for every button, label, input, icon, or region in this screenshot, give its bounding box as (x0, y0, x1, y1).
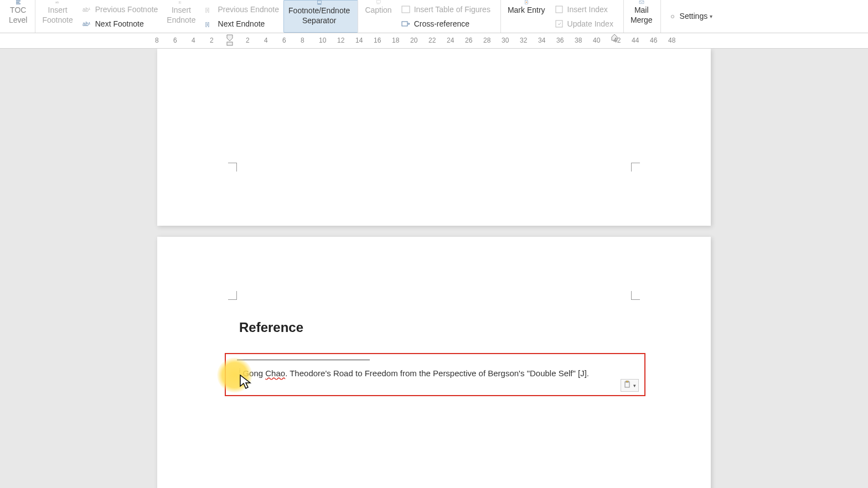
document-workspace[interactable]: Reference i Gong Chao. Theodore's Road t… (0, 49, 868, 488)
insert-footnote-label: Insert Footnote (42, 6, 73, 25)
svg-rect-18 (556, 20, 562, 27)
ruler-tick: 10 (319, 37, 326, 44)
tof-icon (401, 5, 411, 14)
ruler-tick: 20 (410, 37, 417, 44)
horizontal-ruler[interactable]: 8 6 4 2 2 4 6 8 10 12 14 16 18 20 22 24 … (0, 33, 868, 49)
reference-heading[interactable]: Reference (239, 320, 303, 335)
svg-text:ab¹: ab¹ (82, 7, 91, 13)
margin-corner (631, 291, 640, 300)
next-footnote-icon: ab¹ (82, 19, 92, 28)
ruler-tick: 6 (282, 37, 286, 44)
ruler-tick: 42 (613, 37, 621, 44)
mark-entry-label: Mark Entry (508, 6, 545, 15)
indent-marker[interactable] (226, 34, 233, 46)
endnote-area[interactable]: i Gong Chao. Theodore's Road to Freedom … (225, 353, 645, 396)
cross-reference-button[interactable]: Cross-reference (399, 18, 493, 29)
ruler-tick: 32 (520, 37, 527, 44)
insert-index-button[interactable]: Insert Index (552, 4, 616, 15)
svg-text:[i]: [i] (205, 22, 209, 27)
mail-merge-button[interactable]: Mail Merge (626, 0, 661, 33)
ruler-tick: 14 (355, 37, 363, 44)
ruler-tick: 30 (502, 37, 509, 44)
svg-rect-21 (227, 42, 232, 45)
footnote-separator-label: Footnote/Endnote Separator (288, 6, 350, 25)
endnote-text-post: . Theodore's Road to Freedom from the Pe… (285, 368, 589, 378)
caption-button[interactable]: Caption (360, 0, 396, 33)
insert-endnote-label: Insert Endnote (167, 6, 195, 25)
insert-tof-button[interactable]: Insert Table of Figures (399, 4, 493, 15)
index-group: Insert Index Update Index (552, 0, 624, 33)
ruler-tick: 4 (264, 37, 268, 44)
insert-endnote-button[interactable]: [i] Insert Endnote (162, 0, 200, 33)
ruler-tick: 8 (301, 37, 304, 44)
toc-level-button[interactable]: TOC Level (4, 0, 35, 33)
next-footnote-button[interactable]: ab¹ Next Footnote (80, 18, 161, 29)
svg-rect-1 (16, 2, 19, 3)
footnote-icon: ab (51, 0, 64, 4)
svg-rect-11 (376, 1, 380, 3)
ruler-tick: 40 (593, 37, 600, 44)
svg-rect-13 (402, 6, 410, 13)
svg-rect-2 (16, 3, 20, 4)
ruler-tick: 34 (538, 37, 545, 44)
svg-rect-0 (16, 1, 20, 1)
update-index-button[interactable]: Update Index (552, 18, 616, 29)
caption-label: Caption (365, 6, 391, 15)
cross-reference-label: Cross-reference (414, 19, 469, 28)
prev-footnote-button[interactable]: ab¹ Previous Footnote (80, 4, 161, 15)
mail-merge-icon (636, 0, 648, 4)
caption-group: Insert Table of Figures Cross-reference (399, 0, 501, 33)
insert-tof-label: Insert Table of Figures (414, 5, 490, 14)
svg-rect-9 (317, 1, 321, 3)
ruler-tick: 38 (575, 37, 582, 44)
endnote-text[interactable]: i Gong Chao. Theodore's Road to Freedom … (234, 368, 637, 378)
paste-options-button[interactable]: ▾ (621, 379, 639, 392)
svg-rect-17 (556, 6, 562, 13)
endnote-separator-line (237, 360, 370, 360)
ruler-tick: 2 (246, 37, 250, 44)
footnote-nav-group: ab¹ Previous Footnote ab¹ Next Footnote (80, 0, 161, 33)
page-current[interactable]: Reference i Gong Chao. Theodore's Road t… (157, 237, 711, 488)
prev-endnote-button[interactable]: [i] Previous Endnote (203, 4, 282, 15)
separator-icon (313, 1, 326, 5)
mark-entry-button[interactable]: Mark Entry (503, 0, 550, 33)
svg-rect-14 (402, 22, 407, 26)
caption-icon (373, 0, 385, 4)
endnote-text-underlined: Chao (265, 368, 285, 378)
toc-icon (12, 0, 24, 4)
next-endnote-icon: [i] (205, 19, 215, 28)
margin-corner (631, 163, 640, 172)
prev-endnote-label: Previous Endnote (218, 5, 280, 14)
next-footnote-label: Next Footnote (95, 19, 144, 28)
settings-icon (668, 12, 678, 22)
mark-entry-icon (520, 0, 533, 4)
prev-footnote-label: Previous Footnote (95, 5, 158, 14)
insert-footnote-button[interactable]: ab Insert Footnote (38, 0, 77, 33)
endnote-icon: [i] (175, 0, 187, 4)
update-index-label: Update Index (567, 19, 613, 28)
ruler-tick: 16 (374, 37, 381, 44)
svg-point-16 (526, 2, 527, 3)
page-previous[interactable] (157, 49, 711, 226)
margin-corner (228, 291, 237, 300)
prev-footnote-icon: ab¹ (82, 5, 92, 14)
ruler-tick: 12 (337, 37, 344, 44)
ruler-tick: 2 (210, 37, 214, 44)
chevron-down-icon: ▾ (633, 383, 636, 388)
footnote-endnote-separator-button[interactable]: Footnote/Endnote Separator (283, 0, 358, 33)
update-index-icon (554, 19, 564, 28)
ruler-tick: 18 (392, 37, 399, 44)
endnote-text-pre: Gong (242, 368, 265, 378)
svg-text:ab: ab (55, 1, 59, 4)
insert-index-icon (554, 5, 564, 14)
ruler-tick: 26 (465, 37, 472, 44)
ruler-tick: 36 (556, 37, 564, 44)
ruler-tick: 28 (483, 37, 490, 44)
ruler-tick: 4 (192, 37, 195, 44)
svg-rect-24 (626, 381, 628, 382)
next-endnote-button[interactable]: [i] Next Endnote (203, 18, 282, 29)
settings-button[interactable]: Settings ▾ (663, 0, 717, 33)
endnote-number: i (239, 368, 240, 374)
ruler-tick: 8 (155, 37, 159, 44)
ruler-tick: 48 (668, 37, 675, 44)
